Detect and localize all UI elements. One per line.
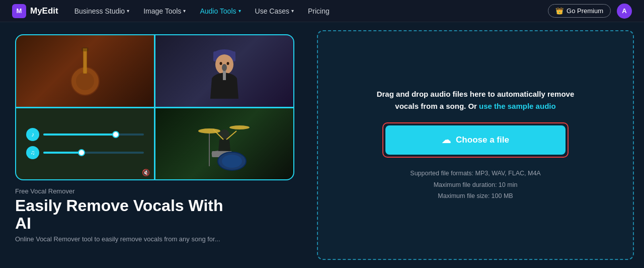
hero-text: Free Vocal Remover Easily Remove Vocals … [15, 187, 297, 243]
upload-panel: Drag and drop audio files here to automa… [317, 30, 634, 260]
choose-file-button[interactable]: ☁ Choose a file [385, 125, 566, 155]
nav-use-cases[interactable]: Use Cases ▾ [255, 7, 294, 15]
slider-track-1 [43, 133, 144, 136]
svg-rect-3 [82, 47, 89, 51]
logo[interactable]: M MyEdit [12, 4, 58, 18]
slider-fill-1 [43, 133, 116, 136]
slider-fill-2 [43, 152, 82, 154]
svg-point-13 [220, 62, 222, 65]
sub-description: Online Vocal Remover tool to easily remo… [15, 235, 297, 243]
nav-audio-tools[interactable]: Audio Tools ▾ [200, 7, 240, 15]
volume-off-icon: 🔇 [142, 169, 150, 176]
svg-rect-2 [84, 48, 87, 74]
slider-row-2: ♫ [22, 146, 148, 159]
file-info: Supported file formats: MP3, WAV, FLAC, … [410, 168, 540, 202]
svg-point-21 [222, 155, 242, 168]
drop-instructions: Drag and drop audio files here to automa… [370, 88, 581, 112]
image-collage: ♪ ♫ 🔇 [15, 34, 294, 180]
main-content: ♪ ♫ 🔇 [0, 22, 644, 268]
nav-right: 👑 Go Premium A [548, 4, 632, 19]
svg-point-12 [222, 64, 227, 71]
chevron-down-icon: ▾ [183, 8, 186, 14]
guitar-svg [62, 43, 108, 99]
logo-icon: M [12, 4, 26, 18]
choose-file-wrapper: ☁ Choose a file [382, 122, 569, 158]
svg-point-1 [76, 72, 94, 90]
premium-button[interactable]: 👑 Go Premium [548, 4, 611, 18]
chevron-down-icon: ▾ [291, 8, 294, 14]
choose-file-label: Choose a file [456, 135, 509, 145]
logo-text: MyEdit [30, 6, 58, 16]
sliders-panel: ♪ ♫ 🔇 [16, 108, 154, 180]
singer-image [155, 35, 293, 107]
slider-thumb-2[interactable] [78, 149, 85, 156]
nav-business-studio[interactable]: Business Studio ▾ [74, 7, 129, 15]
file-size: Maximum file size: 100 MB [410, 190, 540, 202]
file-duration: Maximum file duration: 10 min [410, 179, 540, 191]
slider-track-2 [43, 152, 144, 154]
svg-point-16 [229, 125, 250, 129]
premium-label: Go Premium [567, 7, 603, 15]
slider-row-1: ♪ [22, 128, 148, 141]
slider-thumb-1[interactable] [112, 131, 119, 138]
file-formats: Supported file formats: MP3, WAV, FLAC, … [410, 168, 540, 179]
music-icon-2: ♫ [26, 146, 39, 159]
svg-point-14 [227, 62, 229, 65]
subtitle: Free Vocal Remover [15, 187, 297, 195]
chevron-down-icon: ▾ [238, 8, 241, 14]
chevron-down-icon: ▾ [127, 8, 129, 14]
singer-svg [204, 38, 245, 104]
navbar: M MyEdit Business Studio ▾ Image Tools ▾… [0, 0, 644, 22]
nav-links: Business Studio ▾ Image Tools ▾ Audio To… [74, 7, 532, 15]
guitar-image [16, 35, 154, 107]
upload-icon: ☁ [442, 135, 451, 146]
crown-icon: 👑 [555, 7, 564, 15]
main-heading: Easily Remove Vocals With AI [15, 197, 297, 232]
sample-audio-link[interactable]: use the sample audio [479, 102, 556, 110]
drummer-svg [194, 113, 255, 174]
nav-image-tools[interactable]: Image Tools ▾ [143, 7, 186, 15]
avatar[interactable]: A [617, 4, 632, 19]
drummer-image [155, 108, 293, 180]
nav-pricing[interactable]: Pricing [308, 7, 330, 15]
music-icon-1: ♪ [26, 128, 39, 141]
left-panel: ♪ ♫ 🔇 [0, 22, 312, 268]
